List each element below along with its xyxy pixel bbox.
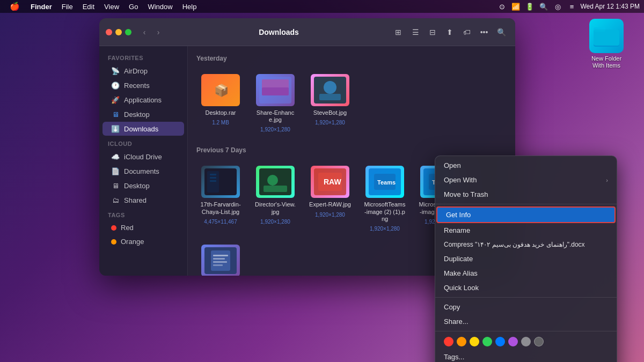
window-menu[interactable]: Window (143, 0, 177, 13)
cm-rename[interactable]: Rename (435, 223, 617, 238)
file-menu[interactable]: File (57, 0, 77, 13)
close-button[interactable] (106, 29, 112, 35)
color-dot-orange[interactable] (457, 337, 466, 346)
search-btn[interactable]: 🔍 (494, 25, 509, 40)
forward-button[interactable]: › (152, 26, 165, 39)
cm-make-alias[interactable]: Make Alias (435, 266, 617, 280)
file-thumb-green (256, 166, 295, 198)
edit-menu[interactable]: Edit (78, 0, 99, 13)
cm-open[interactable]: Open (435, 158, 617, 173)
view-columns-btn[interactable]: ⊟ (425, 25, 440, 40)
cm-compress[interactable]: Compress "راهنمای خرید هدفون بی‌سیم ۱۴۰۲… (435, 238, 617, 252)
color-dot-green[interactable] (482, 337, 492, 346)
sidebar-item-documents[interactable]: 📄 Documents (103, 164, 184, 178)
menubar: 🍎 Finder File Edit View Go Window Help ⊙… (0, 0, 644, 13)
documents-icon: 📄 (111, 167, 120, 175)
file-size: 1.2 MB (212, 120, 229, 125)
color-dot-black[interactable] (534, 337, 544, 346)
file-size: 1,920×1,280 (260, 127, 290, 132)
file-item-msteams1[interactable]: Teams MicrosoftTeams-image (2) (1).png 1… (361, 162, 409, 235)
file-size: 1,920×1,280 (260, 219, 290, 225)
traffic-lights (106, 29, 131, 35)
svg-rect-29 (211, 250, 230, 271)
view-grid-btn[interactable]: ⊞ (391, 25, 406, 40)
file-name: Director's-View.jpg (254, 201, 296, 215)
svg-rect-32 (213, 261, 227, 263)
file-item-desktop-rar[interactable]: 📦 Desktop.rar 1.2 MB (196, 71, 245, 136)
wifi-icon[interactable]: 📶 (510, 1, 521, 12)
sidebar-item-applications[interactable]: 🚀 Applications (103, 93, 184, 107)
color-dot-gray[interactable] (521, 337, 531, 346)
cm-share-label: Share... (444, 317, 469, 326)
sidebar-item-desktop[interactable]: 🖥 Desktop (103, 107, 184, 121)
file-thumb-jpg2 (311, 74, 349, 106)
sidebar-item-red-tag[interactable]: Red (103, 221, 184, 234)
more-btn[interactable]: ••• (477, 25, 492, 40)
cm-copy[interactable]: Copy (435, 300, 617, 314)
file-item-expert-raw[interactable]: RAW Expert-RAW.jpg 1,920×1,280 (306, 162, 354, 235)
view-list-btn[interactable]: ☰ (408, 25, 423, 40)
file-item-stevebot[interactable]: SteveBot.jpg 1,920×1,280 (306, 71, 354, 136)
cm-tags[interactable]: Tags... (435, 350, 617, 362)
svg-rect-13 (210, 174, 216, 175)
cm-tags-label: Tags... (444, 353, 464, 361)
cm-open-label: Open (444, 161, 461, 169)
go-menu[interactable]: Go (125, 0, 142, 13)
sidebar: Favorites 📡 AirDrop 🕐 Recents 🚀 Applicat… (99, 46, 188, 276)
svg-rect-14 (210, 177, 216, 179)
view-menu[interactable]: View (100, 0, 123, 13)
sidebar-item-downloads[interactable]: ⬇️ Downloads (103, 122, 184, 136)
apple-menu[interactable]: 🍎 (4, 0, 25, 13)
cm-share[interactable]: Share... (435, 314, 617, 329)
search-menubar-icon[interactable]: 🔍 (538, 1, 549, 12)
cm-separator-2 (435, 297, 617, 298)
file-item-persian-doc[interactable]: راهنمای خرید هدفون بی‌سیم ۱۴۰۲ 1,920×1,2… (196, 241, 245, 276)
tag-btn[interactable]: 🏷 (459, 25, 474, 40)
finder-menu[interactable]: Finder (26, 0, 56, 13)
cm-move-trash[interactable]: Move to Trash (435, 187, 617, 202)
desktop-icon-new-folder[interactable]: New Folder With Items (585, 19, 628, 69)
sidebar-item-airdrop[interactable]: 📡 AirDrop (103, 64, 184, 78)
battery-icon[interactable]: 🔋 (524, 1, 535, 12)
cm-open-with[interactable]: Open With › (435, 173, 617, 187)
cm-duplicate[interactable]: Duplicate (435, 252, 617, 266)
cm-copy-label: Copy (444, 303, 460, 311)
file-item-share-enhance[interactable]: Share-Enhance.jpg 1,920×1,280 (251, 71, 299, 136)
svg-point-9 (324, 81, 336, 94)
sidebar-item-icloud-drive[interactable]: ☁️ iCloud Drive (103, 150, 184, 164)
sidebar-item-orange-tag[interactable]: Orange (103, 235, 184, 248)
file-size: 1,920×1,280 (315, 120, 345, 125)
cm-get-info[interactable]: Get Info (436, 206, 616, 223)
applications-icon: 🚀 (111, 95, 120, 104)
file-name: Desktop.rar (206, 109, 236, 116)
siri-icon[interactable]: ◎ (552, 1, 563, 12)
color-dot-blue[interactable] (495, 337, 505, 346)
minimize-button[interactable] (115, 29, 122, 35)
window-title: Downloads (171, 28, 386, 36)
desktop-icon-sidebar: 🖥 (111, 110, 120, 119)
file-size: 1,920×1,280 (370, 226, 400, 232)
cm-quick-look[interactable]: Quick Look (435, 280, 617, 295)
svg-point-17 (267, 175, 278, 186)
file-name: Share-Enhance.jpg (254, 109, 296, 123)
folder-icon (589, 19, 624, 53)
file-thumb-rar: 📦 (201, 74, 240, 106)
sidebar-item-shared[interactable]: 🗂 Shared (103, 193, 184, 207)
help-menu[interactable]: Help (178, 0, 201, 13)
sidebar-item-desktop-icloud[interactable]: 🖥 Desktop (103, 179, 184, 193)
color-dot-yellow[interactable] (470, 337, 479, 346)
yesterday-files-grid: 📦 Desktop.rar 1.2 MB Share-Enhance.jpg 1… (196, 71, 507, 136)
svg-rect-33 (213, 264, 223, 266)
color-dot-red[interactable] (444, 337, 453, 346)
back-button[interactable]: ‹ (138, 26, 151, 39)
file-item-farvardin-list[interactable]: 17th-Farvardin-Chaya-List.jpg 4,475×11,4… (196, 162, 245, 235)
share-btn[interactable]: ⬆ (442, 25, 457, 40)
icloud-drive-icon: ☁️ (111, 152, 120, 161)
control-center-icon[interactable]: ⊙ (496, 1, 507, 12)
sidebar-item-recents[interactable]: 🕐 Recents (103, 78, 184, 92)
notification-icon[interactable]: ≡ (566, 1, 577, 12)
menubar-left: 🍎 Finder File Edit View Go Window Help (4, 0, 496, 13)
maximize-button[interactable] (125, 29, 131, 35)
color-dot-purple[interactable] (508, 337, 518, 346)
file-item-directors-view[interactable]: Director's-View.jpg 1,920×1,280 (251, 162, 299, 235)
